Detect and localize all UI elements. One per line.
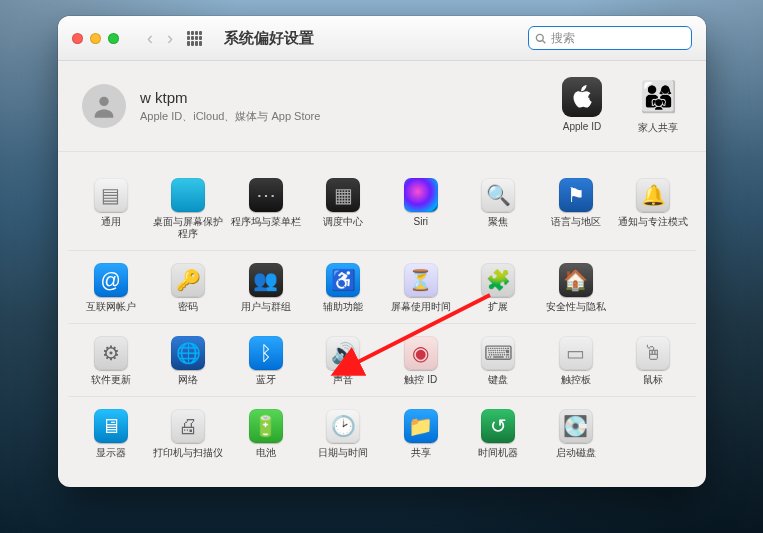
preferences-grid: ▤通用桌面与屏幕保护程序⋯程序坞与菜单栏▦调度中心Siri🔍聚焦⚑语言与地区🔔通… (58, 152, 706, 487)
language-icon: ⚑ (559, 178, 593, 212)
avatar[interactable] (82, 84, 126, 128)
touchid-label: 触控 ID (404, 374, 437, 386)
pref-security[interactable]: 🏠安全性与隐私 (537, 261, 615, 313)
pref-notifications[interactable]: 🔔通知与专注模式 (615, 176, 693, 240)
dock-icon: ⋯ (249, 178, 283, 212)
system-preferences-window: ‹ › 系统偏好设置 搜索 w ktpm Apple ID、iCloud、媒体与… (58, 16, 706, 487)
pref-dock[interactable]: ⋯程序坞与菜单栏 (227, 176, 305, 240)
users-label: 用户与群组 (241, 301, 291, 313)
pref-passwords[interactable]: 🔑密码 (150, 261, 228, 313)
window-controls (72, 33, 119, 44)
pref-desktop[interactable]: 桌面与屏幕保护程序 (150, 176, 228, 240)
pref-battery[interactable]: 🔋电池 (227, 407, 305, 459)
battery-label: 电池 (256, 447, 276, 459)
close-button[interactable] (72, 33, 83, 44)
sharing-label: 共享 (411, 447, 431, 459)
datetime-icon: 🕑 (326, 409, 360, 443)
pref-timemachine[interactable]: ↺时间机器 (460, 407, 538, 459)
passwords-icon: 🔑 (171, 263, 205, 297)
startupdisk-label: 启动磁盘 (556, 447, 596, 459)
account-subtitle: Apple ID、iCloud、媒体与 App Store (140, 109, 320, 124)
spotlight-label: 聚焦 (488, 216, 508, 228)
minimize-button[interactable] (90, 33, 101, 44)
pref-screentime[interactable]: ⏳屏幕使用时间 (382, 261, 460, 313)
account-text[interactable]: w ktpm Apple ID、iCloud、媒体与 App Store (140, 89, 320, 124)
pref-sharing[interactable]: 📁共享 (382, 407, 460, 459)
pref-network[interactable]: 🌐网络 (150, 334, 228, 386)
zoom-button[interactable] (108, 33, 119, 44)
apple-id-item[interactable]: Apple ID (556, 77, 608, 132)
desktop-label: 桌面与屏幕保护程序 (153, 216, 223, 240)
apple-id-label: Apple ID (556, 121, 608, 132)
datetime-label: 日期与时间 (318, 447, 368, 459)
sharing-icon: 📁 (404, 409, 438, 443)
accessibility-icon: ♿ (326, 263, 360, 297)
titlebar: ‹ › 系统偏好设置 搜索 (58, 16, 706, 61)
forward-button[interactable]: › (167, 29, 173, 47)
keyboard-icon: ⌨︎ (481, 336, 515, 370)
apple-id-icon (562, 77, 602, 117)
touchid-icon: ◉ (404, 336, 438, 370)
notifications-icon: 🔔 (636, 178, 670, 212)
pref-row: ▤通用桌面与屏幕保护程序⋯程序坞与菜单栏▦调度中心Siri🔍聚焦⚑语言与地区🔔通… (68, 166, 696, 251)
family-sharing-icon: 👨‍👩‍👧 (638, 77, 678, 117)
sound-label: 声音 (333, 374, 353, 386)
mouse-label: 鼠标 (643, 374, 663, 386)
security-icon: 🏠 (559, 263, 593, 297)
pref-spotlight[interactable]: 🔍聚焦 (460, 176, 538, 240)
nav-buttons: ‹ › (147, 29, 173, 47)
general-icon: ▤ (94, 178, 128, 212)
trackpad-label: 触控板 (561, 374, 591, 386)
update-label: 软件更新 (91, 374, 131, 386)
timemachine-label: 时间机器 (478, 447, 518, 459)
pref-users[interactable]: 👥用户与群组 (227, 261, 305, 313)
timemachine-icon: ↺ (481, 409, 515, 443)
general-label: 通用 (101, 216, 121, 228)
back-button[interactable]: ‹ (147, 29, 153, 47)
pref-extensions[interactable]: 🧩扩展 (460, 261, 538, 313)
pref-sound[interactable]: 🔊声音 (305, 334, 383, 386)
search-placeholder: 搜索 (551, 30, 575, 47)
network-icon: 🌐 (171, 336, 205, 370)
pref-general[interactable]: ▤通用 (72, 176, 150, 240)
desktop-icon (171, 178, 205, 212)
account-name: w ktpm (140, 89, 320, 106)
mission-label: 调度中心 (323, 216, 363, 228)
family-sharing-item[interactable]: 👨‍👩‍👧 家人共享 (632, 77, 684, 135)
pref-keyboard[interactable]: ⌨︎键盘 (460, 334, 538, 386)
siri-icon (404, 178, 438, 212)
search-field[interactable]: 搜索 (528, 26, 692, 50)
pref-row: ⚙︎软件更新🌐网络ᛒ蓝牙🔊声音◉触控 ID⌨︎键盘▭触控板🖱鼠标 (68, 324, 696, 397)
pref-mouse[interactable]: 🖱鼠标 (615, 334, 693, 386)
pref-siri[interactable]: Siri (382, 176, 460, 240)
printers-label: 打印机与扫描仪 (153, 447, 223, 459)
pref-update[interactable]: ⚙︎软件更新 (72, 334, 150, 386)
account-row: w ktpm Apple ID、iCloud、媒体与 App Store App… (58, 61, 706, 152)
pref-datetime[interactable]: 🕑日期与时间 (305, 407, 383, 459)
mouse-icon: 🖱 (636, 336, 670, 370)
language-label: 语言与地区 (551, 216, 601, 228)
pref-bluetooth[interactable]: ᛒ蓝牙 (227, 334, 305, 386)
internet-label: 互联网帐户 (86, 301, 136, 313)
startupdisk-icon: 💽 (559, 409, 593, 443)
pref-internet[interactable]: @互联网帐户 (72, 261, 150, 313)
pref-displays[interactable]: 🖥显示器 (72, 407, 150, 459)
pref-startupdisk[interactable]: 💽启动磁盘 (537, 407, 615, 459)
pref-accessibility[interactable]: ♿辅助功能 (305, 261, 383, 313)
bluetooth-label: 蓝牙 (256, 374, 276, 386)
pref-mission[interactable]: ▦调度中心 (305, 176, 383, 240)
siri-label: Siri (414, 216, 428, 228)
pref-printers[interactable]: 🖨打印机与扫描仪 (150, 407, 228, 459)
window-title: 系统偏好设置 (224, 29, 314, 48)
pref-language[interactable]: ⚑语言与地区 (537, 176, 615, 240)
pref-touchid[interactable]: ◉触控 ID (382, 334, 460, 386)
svg-point-2 (99, 97, 108, 106)
dock-label: 程序坞与菜单栏 (231, 216, 301, 228)
trackpad-icon: ▭ (559, 336, 593, 370)
battery-icon: 🔋 (249, 409, 283, 443)
pref-row: 🖥显示器🖨打印机与扫描仪🔋电池🕑日期与时间📁共享↺时间机器💽启动磁盘 (68, 397, 696, 469)
screentime-label: 屏幕使用时间 (391, 301, 451, 313)
extensions-icon: 🧩 (481, 263, 515, 297)
show-all-button[interactable] (187, 31, 202, 46)
pref-trackpad[interactable]: ▭触控板 (537, 334, 615, 386)
